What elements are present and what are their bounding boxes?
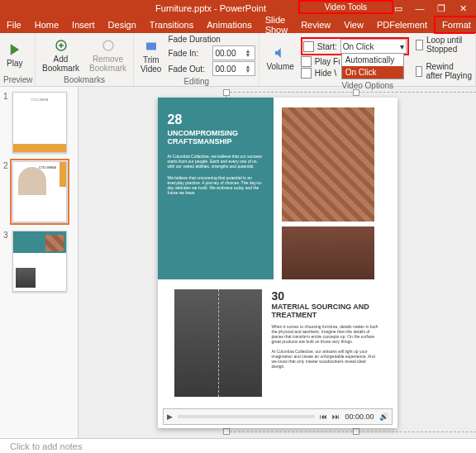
- slide-para-3: When it comes to choosing furniture, det…: [272, 324, 379, 344]
- start-dropdown[interactable]: On Click▾ Automatically On Click: [340, 39, 407, 54]
- start-option-onclick[interactable]: On Click: [342, 66, 403, 79]
- slide-thumb-2[interactable]: COLUMBIA: [12, 161, 67, 222]
- group-editing: Editing: [137, 77, 255, 86]
- tab-view[interactable]: View: [337, 17, 370, 32]
- slide-number-1: 28: [168, 112, 264, 127]
- fade-duration-label: Fade Duration: [168, 35, 255, 44]
- fade-out-spinner[interactable]: 00.00▲▼: [212, 61, 255, 76]
- trim-video-button[interactable]: Trim Video: [137, 37, 164, 75]
- tab-review[interactable]: Review: [294, 17, 337, 32]
- play-full-checkbox[interactable]: [301, 56, 312, 67]
- group-bookmarks: Bookmarks: [39, 75, 130, 84]
- player-prev-icon[interactable]: ⏮: [320, 412, 327, 421]
- tab-pdfelement[interactable]: PDFelement: [370, 17, 434, 32]
- hide-label: Hide While Not Playing: [315, 69, 336, 78]
- slide-para-1: At Columbia Collective, we believe that …: [168, 154, 264, 169]
- tab-format[interactable]: Format: [434, 16, 476, 34]
- tab-home[interactable]: Home: [28, 17, 65, 32]
- slide-para-2: We believe that uncovering that potentia…: [168, 175, 264, 195]
- player-next-icon[interactable]: ⏭: [332, 412, 340, 421]
- group-preview: Preview: [3, 75, 31, 84]
- rewind-checkbox[interactable]: [416, 66, 423, 77]
- tab-design[interactable]: Design: [102, 17, 143, 32]
- remove-bookmark-button[interactable]: Remove Bookmark: [86, 36, 130, 74]
- image-workshop: [282, 107, 374, 222]
- loop-checkbox[interactable]: [416, 40, 423, 50]
- fade-in-spinner[interactable]: 00.00▲▼: [212, 45, 255, 60]
- slide-canvas[interactable]: 28 UNCOMPROMISING CRAFTSMANSHIP At Colum…: [158, 98, 397, 428]
- slide-number-2: 30: [272, 289, 379, 303]
- tab-file[interactable]: File: [0, 17, 28, 32]
- slide-heading-1: UNCOMPROMISING CRAFTSMANSHIP: [168, 129, 264, 145]
- svg-rect-3: [146, 42, 156, 50]
- start-checkbox[interactable]: [303, 41, 314, 52]
- start-option-auto[interactable]: Automatically: [342, 54, 403, 66]
- svg-marker-0: [10, 44, 19, 55]
- player-track[interactable]: [178, 415, 316, 418]
- slide-heading-2: MATERIAL SOURCING AND TREATMENT: [272, 303, 379, 319]
- rewind-label: Rewind after Playing: [426, 62, 472, 80]
- fade-out-label: Fade Out:: [168, 64, 209, 74]
- slide-thumb-1[interactable]: COLUMBIA: [12, 92, 67, 153]
- tab-animations[interactable]: Animations: [200, 17, 258, 32]
- player-volume-icon[interactable]: 🔊: [379, 412, 388, 421]
- video-player-bar[interactable]: ▶ ⏮ ⏭ 00:00.00 🔊: [163, 408, 393, 425]
- add-bookmark-button[interactable]: Add Bookmark: [39, 36, 83, 74]
- notes-pane[interactable]: Click to add notes: [0, 438, 476, 453]
- minimize-icon[interactable]: —: [410, 3, 430, 14]
- slide-para-4: At Columbia Collective, our artisans wil…: [272, 349, 379, 369]
- video-tools-label: Video Tools: [298, 0, 393, 14]
- volume-button[interactable]: Volume: [263, 44, 297, 73]
- slide-thumb-3[interactable]: [12, 231, 67, 292]
- tab-insert[interactable]: Insert: [65, 17, 102, 32]
- player-time: 00:00.00: [345, 412, 374, 421]
- play-button[interactable]: Play: [3, 41, 26, 69]
- play-full-label: Play Full Screen: [315, 57, 340, 66]
- restore-icon[interactable]: ❐: [431, 3, 451, 14]
- loop-label: Loop until Stopped: [426, 36, 472, 54]
- player-play-icon[interactable]: ▶: [167, 412, 173, 421]
- svg-point-2: [103, 41, 113, 50]
- image-stitch: [174, 289, 262, 397]
- tab-transitions[interactable]: Transitions: [143, 17, 200, 32]
- close-icon[interactable]: ✕: [453, 3, 473, 14]
- fade-in-label: Fade In:: [168, 49, 209, 58]
- start-label: Start:: [317, 42, 337, 51]
- image-leather: [282, 226, 374, 279]
- hide-checkbox[interactable]: [301, 68, 312, 79]
